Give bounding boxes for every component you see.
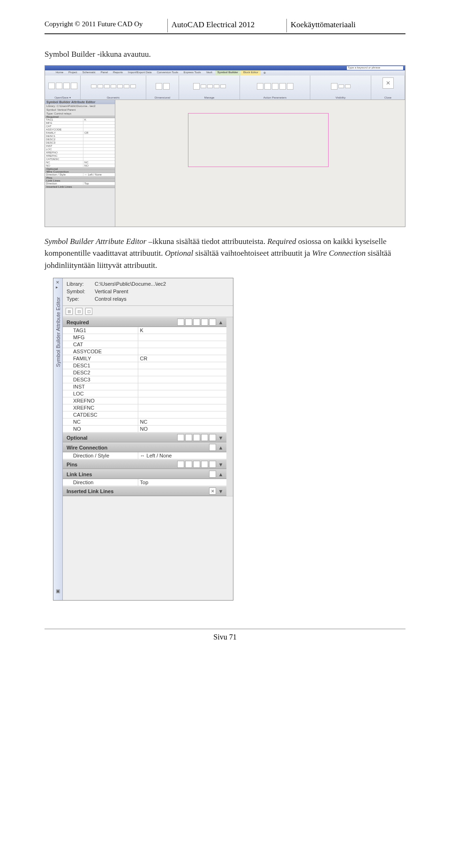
ribbon-icon[interactable] bbox=[117, 84, 123, 88]
ribbon-icon[interactable] bbox=[56, 83, 62, 89]
section-wire-connection[interactable]: Wire Connection ▲ bbox=[63, 442, 226, 452]
attr-value[interactable] bbox=[138, 397, 226, 404]
tab-block-editor[interactable]: Block Editor bbox=[241, 70, 261, 76]
ribbon-icon[interactable] bbox=[91, 84, 97, 88]
section-required[interactable]: Required ▲ bbox=[63, 317, 226, 327]
tab-reports[interactable]: Reports bbox=[111, 70, 125, 76]
tab-overflow[interactable]: ⊕ bbox=[261, 70, 268, 76]
section-link-lines[interactable]: Link Lines ▲ bbox=[63, 469, 226, 479]
attribute-row[interactable]: DESC2 bbox=[63, 369, 226, 376]
attribute-row[interactable]: DESC1 bbox=[63, 362, 226, 369]
palette-wire-v[interactable]: ↔ Left / None bbox=[83, 173, 115, 176]
tab-symbol-builder[interactable]: Symbol Builder bbox=[215, 70, 240, 76]
ribbon-icon[interactable] bbox=[220, 84, 226, 88]
collapse-arrow-icon[interactable]: ▲ bbox=[218, 320, 224, 325]
attr-value[interactable] bbox=[83, 138, 115, 141]
palette-row[interactable]: DESC3 bbox=[45, 141, 115, 145]
palette-row[interactable]: LOC bbox=[45, 148, 115, 151]
attr-value[interactable]: CR bbox=[83, 131, 115, 134]
toolbar-icon[interactable]: ⊞ bbox=[66, 308, 73, 315]
section-tool-icon[interactable] bbox=[193, 434, 200, 441]
attr-value[interactable] bbox=[83, 122, 115, 124]
expand-arrow-icon[interactable]: ▼ bbox=[218, 462, 224, 467]
ribbon-icon[interactable] bbox=[331, 83, 338, 90]
palette-row[interactable]: CAT bbox=[45, 125, 115, 128]
attribute-row[interactable]: INST bbox=[63, 383, 226, 390]
attr-value[interactable] bbox=[138, 362, 226, 369]
attribute-row[interactable]: ASSYCODE bbox=[63, 348, 226, 355]
section-tool-icon[interactable] bbox=[201, 434, 208, 441]
attr-value[interactable]: NO bbox=[83, 164, 115, 167]
attr-value[interactable] bbox=[83, 148, 115, 151]
section-tool-icon[interactable] bbox=[209, 461, 216, 468]
close-icon[interactable]: ✕▸ bbox=[56, 280, 60, 289]
link-direction-row[interactable]: Direction Top bbox=[63, 479, 226, 486]
ribbon-icon[interactable] bbox=[345, 84, 351, 88]
attr-value[interactable]: K bbox=[83, 118, 115, 121]
attr-value[interactable] bbox=[138, 369, 226, 376]
ribbon-icon[interactable] bbox=[272, 83, 278, 90]
palette-row[interactable]: CATDESC bbox=[45, 158, 115, 161]
palette-row[interactable]: NCNC bbox=[45, 161, 115, 164]
delete-icon[interactable]: ✕ bbox=[209, 487, 216, 495]
section-tool-icon[interactable] bbox=[185, 461, 192, 468]
attribute-row[interactable]: TAG1K bbox=[63, 327, 226, 334]
ribbon-icon[interactable] bbox=[214, 84, 219, 88]
ribbon-icon[interactable] bbox=[98, 84, 103, 88]
section-tool-icon[interactable] bbox=[201, 461, 208, 468]
palette-titlebar-vertical[interactable]: ✕▸ Symbol Builder Attribute Editor ▣ bbox=[53, 278, 63, 600]
wire-direction-row[interactable]: Direction / Style ↔ Left / None bbox=[63, 452, 226, 459]
ribbon-icon[interactable] bbox=[264, 83, 271, 90]
section-tool-icon[interactable] bbox=[209, 319, 216, 326]
attr-value[interactable] bbox=[83, 141, 115, 144]
tab-conversion[interactable]: Conversion Tools bbox=[154, 70, 180, 76]
attr-value[interactable]: NC bbox=[138, 419, 226, 425]
ribbon-icon[interactable] bbox=[207, 84, 213, 88]
ribbon-icon[interactable] bbox=[130, 84, 136, 88]
palette-row[interactable]: TAG1K bbox=[45, 118, 115, 122]
attribute-row[interactable]: CATDESC bbox=[63, 411, 226, 419]
attribute-row[interactable]: XREFNC bbox=[63, 404, 226, 411]
attr-value[interactable]: K bbox=[138, 327, 226, 334]
ribbon-icon[interactable] bbox=[338, 84, 344, 88]
section-tool-icon[interactable] bbox=[193, 461, 200, 468]
tab-schematic[interactable]: Schematic bbox=[80, 70, 98, 76]
section-tool-icon[interactable] bbox=[209, 444, 216, 451]
palette-row[interactable]: MFG bbox=[45, 122, 115, 125]
section-tool-icon[interactable] bbox=[193, 319, 200, 326]
toolbar-icon[interactable]: ⊡ bbox=[85, 308, 92, 315]
attr-value[interactable]: NO bbox=[138, 426, 226, 432]
attr-value[interactable] bbox=[138, 383, 226, 390]
autohide-icon[interactable]: ▣ bbox=[55, 588, 61, 594]
section-tool-icon[interactable] bbox=[201, 319, 208, 326]
attribute-row[interactable]: DESC3 bbox=[63, 376, 226, 383]
ribbon-icon[interactable] bbox=[163, 83, 170, 90]
attribute-row[interactable]: XREFNO bbox=[63, 397, 226, 404]
attr-value[interactable]: CR bbox=[138, 355, 226, 362]
attr-value[interactable] bbox=[138, 404, 226, 411]
search-input[interactable]: Type a keyword or phrase bbox=[347, 66, 403, 70]
ribbon-icon[interactable] bbox=[279, 83, 286, 90]
palette-sec-inserted[interactable]: Inserted Link Lines bbox=[45, 185, 115, 188]
ribbon-icon[interactable] bbox=[71, 83, 77, 89]
attr-value[interactable] bbox=[138, 348, 226, 355]
attr-value[interactable] bbox=[138, 411, 226, 418]
attr-value[interactable] bbox=[83, 125, 115, 128]
attr-value[interactable] bbox=[83, 154, 115, 157]
section-optional[interactable]: Optional ▼ bbox=[63, 433, 226, 442]
section-pins[interactable]: Pins ▼ bbox=[63, 459, 226, 469]
ribbon-icon[interactable] bbox=[111, 84, 116, 88]
close-block-editor-icon[interactable]: ✕ bbox=[382, 77, 394, 89]
section-tool-icon[interactable] bbox=[185, 434, 192, 441]
attr-value[interactable] bbox=[83, 151, 115, 154]
attr-value[interactable] bbox=[138, 390, 226, 397]
palette-row[interactable]: ASSYCODE bbox=[45, 128, 115, 131]
ribbon-icon[interactable] bbox=[124, 84, 129, 88]
ribbon-icon[interactable] bbox=[104, 84, 110, 88]
section-tool-icon[interactable] bbox=[185, 319, 192, 326]
attr-value[interactable] bbox=[138, 376, 226, 383]
tab-project[interactable]: Project bbox=[66, 70, 80, 76]
expand-arrow-icon[interactable]: ▼ bbox=[218, 435, 224, 441]
tab-panel[interactable]: Panel bbox=[98, 70, 110, 76]
attribute-row[interactable]: NCNC bbox=[63, 419, 226, 426]
